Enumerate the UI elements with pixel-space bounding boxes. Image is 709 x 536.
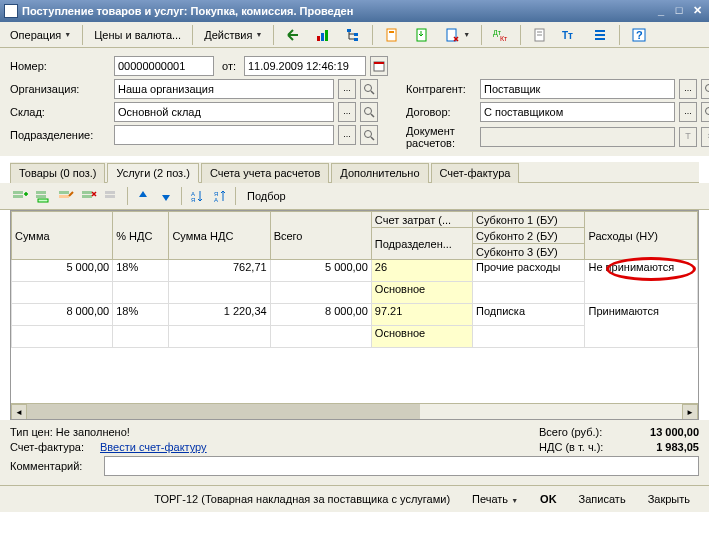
contract-select-button[interactable]: ... <box>679 102 697 122</box>
contractor-field[interactable]: Поставщик <box>480 79 675 99</box>
grid-sort-asc-button[interactable]: AЯ <box>187 186 207 206</box>
cell-vat-sum[interactable]: 762,71 <box>169 260 270 282</box>
col-sub3[interactable]: Субконто 3 (БУ) <box>473 244 585 260</box>
warehouse-label: Склад: <box>10 106 110 118</box>
cell-sub1[interactable]: Прочие расходы <box>473 260 585 282</box>
col-vat-pct[interactable]: % НДС <box>113 212 169 260</box>
col-sub1[interactable]: Субконто 1 (БУ) <box>473 212 585 228</box>
close-form-button[interactable]: Закрыть <box>639 490 699 508</box>
grid-edit-button[interactable] <box>56 186 76 206</box>
toolbar-doc-button[interactable] <box>526 25 554 45</box>
col-total[interactable]: Всего <box>270 212 371 260</box>
warehouse-field[interactable]: Основной склад <box>114 102 334 122</box>
tab-invoice[interactable]: Счет-фактура <box>431 163 520 183</box>
cell-sub1[interactable]: Подписка <box>473 304 585 326</box>
svg-rect-39 <box>59 195 69 198</box>
svg-rect-37 <box>38 199 48 202</box>
print-button[interactable]: Печать ▼ <box>463 490 527 508</box>
ok-button[interactable]: OK <box>531 490 566 508</box>
contract-open-button[interactable] <box>701 102 709 122</box>
contractor-open-button[interactable] <box>701 79 709 99</box>
cell-vat-sum[interactable]: 1 220,34 <box>169 304 270 326</box>
tab-services[interactable]: Услуги (2 поз.) <box>107 163 198 183</box>
toolbar-help-button[interactable]: ? <box>625 25 653 45</box>
save-button[interactable]: Записать <box>570 490 635 508</box>
cell-sum[interactable]: 5 000,00 <box>12 260 113 282</box>
minimize-button[interactable]: _ <box>653 4 669 18</box>
dept-field[interactable] <box>114 125 334 145</box>
toolbar-struct-button[interactable] <box>339 25 367 45</box>
calendar-icon <box>373 60 385 72</box>
grid-sort-desc-button[interactable]: ЯA <box>210 186 230 206</box>
toolbar-movements-button[interactable] <box>309 25 337 45</box>
podbor-button[interactable]: Подбор <box>241 188 292 204</box>
col-sub2[interactable]: Субконто 2 (БУ) <box>473 228 585 244</box>
col-sum[interactable]: Сумма <box>12 212 113 260</box>
org-open-button[interactable] <box>360 79 378 99</box>
cell-dept[interactable]: Основное <box>371 282 472 304</box>
svg-text:Я: Я <box>191 197 195 203</box>
grid-add-button[interactable] <box>10 186 30 206</box>
svg-rect-36 <box>36 195 46 198</box>
cell-sum[interactable]: 8 000,00 <box>12 304 113 326</box>
cell-cost-acc[interactable]: 26 <box>371 260 472 282</box>
tab-accounts[interactable]: Счета учета расчетов <box>201 163 329 183</box>
warehouse-open-button[interactable] <box>360 102 378 122</box>
org-select-button[interactable]: ... <box>338 79 356 99</box>
doccalc-t-button[interactable]: T <box>679 127 697 147</box>
grid-end-edit-button[interactable] <box>102 186 122 206</box>
toolbar-tt-button[interactable]: Тт <box>556 25 584 45</box>
contract-field[interactable]: С поставщиком <box>480 102 675 122</box>
dept-open-button[interactable] <box>360 125 378 145</box>
maximize-button[interactable]: □ <box>671 4 687 18</box>
calendar-button[interactable] <box>370 56 388 76</box>
grid-delete-button[interactable] <box>79 186 99 206</box>
torg12-button[interactable]: ТОРГ-12 (Товарная накладная за поставщик… <box>145 490 459 508</box>
operation-menu[interactable]: Операция ▼ <box>4 27 77 43</box>
scroll-left-button[interactable]: ◄ <box>11 404 27 420</box>
prices-button[interactable]: Цены и валюта... <box>88 27 187 43</box>
col-vat-sum[interactable]: Сумма НДС <box>169 212 270 260</box>
cell-vat-pct[interactable]: 18% <box>113 260 169 282</box>
cell-total[interactable]: 8 000,00 <box>270 304 371 326</box>
date-field[interactable]: 11.09.2009 12:46:19 <box>244 56 366 76</box>
cell-vat-pct[interactable]: 18% <box>113 304 169 326</box>
tab-additional[interactable]: Дополнительно <box>331 163 428 183</box>
col-cost-acc[interactable]: Счет затрат (... <box>371 212 472 228</box>
close-button[interactable]: ✕ <box>689 4 705 18</box>
col-exp-nu[interactable]: Расходы (НУ) <box>585 212 698 260</box>
toolbar-fill-button[interactable] <box>408 25 436 45</box>
comment-field[interactable] <box>104 456 699 476</box>
table-row[interactable]: 8 000,00 18% 1 220,34 8 000,00 97.21 Под… <box>12 304 698 326</box>
toolbar-create-button[interactable]: ▼ <box>438 25 476 45</box>
toolbar-basis-button[interactable] <box>378 25 406 45</box>
actions-menu[interactable]: Действия ▼ <box>198 27 268 43</box>
toolbar-list-button[interactable] <box>586 25 614 45</box>
dept-select-button[interactable]: ... <box>338 125 356 145</box>
warehouse-select-button[interactable]: ... <box>338 102 356 122</box>
grid-move-down-button[interactable] <box>156 186 176 206</box>
scroll-right-button[interactable]: ► <box>682 404 698 420</box>
tab-goods[interactable]: Товары (0 поз.) <box>10 163 105 183</box>
svg-rect-38 <box>59 191 69 194</box>
doccalc-x-button[interactable]: × <box>701 127 709 147</box>
cell-total[interactable]: 5 000,00 <box>270 260 371 282</box>
toolbar-post-button[interactable] <box>279 25 307 45</box>
toolbar-dt-kt-button[interactable]: ДтКт <box>487 25 515 45</box>
cell-exp-nu[interactable]: Не принимаются <box>585 260 698 304</box>
cell-cost-acc[interactable]: 97.21 <box>371 304 472 326</box>
org-field[interactable]: Наша организация <box>114 79 334 99</box>
invoice-link[interactable]: Ввести счет-фактуру <box>100 441 539 453</box>
table-row[interactable]: 5 000,00 18% 762,71 5 000,00 26 Прочие р… <box>12 260 698 282</box>
scroll-thumb[interactable] <box>27 404 420 419</box>
number-field[interactable]: 00000000001 <box>114 56 214 76</box>
scroll-track[interactable] <box>27 404 682 419</box>
number-label: Номер: <box>10 60 110 72</box>
cell-dept[interactable]: Основное <box>371 326 472 348</box>
grid-move-up-button[interactable] <box>133 186 153 206</box>
contractor-select-button[interactable]: ... <box>679 79 697 99</box>
col-subdept[interactable]: Подразделен... <box>371 228 472 260</box>
cell-exp-nu[interactable]: Принимаются <box>585 304 698 348</box>
horizontal-scrollbar[interactable]: ◄ ► <box>11 403 698 419</box>
grid-copy-button[interactable] <box>33 186 53 206</box>
